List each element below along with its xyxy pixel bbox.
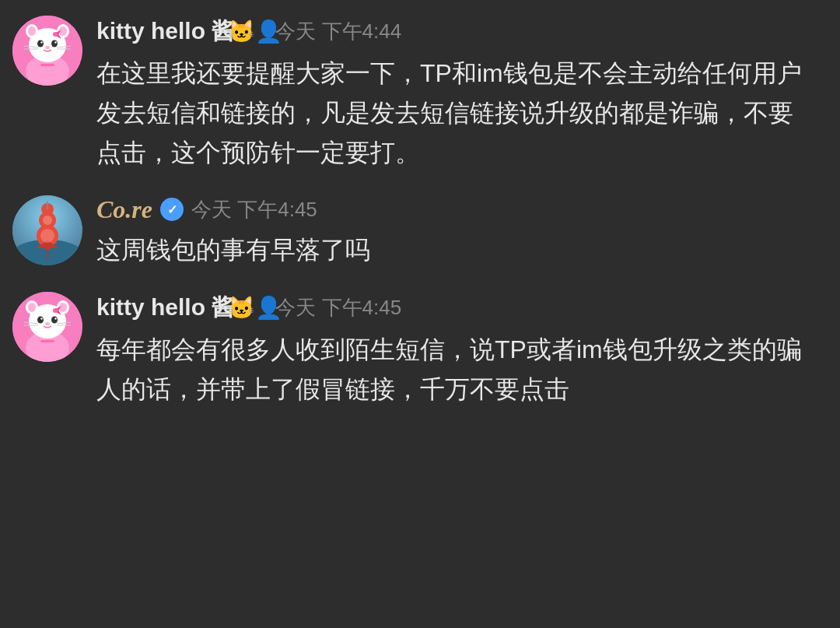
chat-container: kitty hello 酱 🐱‍👤 今天 下午4:44 在这里我还要提醒大家一下… [0, 0, 840, 447]
svg-point-38 [51, 316, 58, 323]
message-content: Co.re ✓ 今天 下午4:45 这周钱包的事有早落了吗 [96, 195, 828, 270]
svg-point-39 [40, 318, 42, 319]
username: kitty hello 酱 [96, 292, 235, 324]
message-text: 在这里我还要提醒大家一下，TP和im钱包是不会主动给任何用户发去短信和链接的，凡… [96, 54, 812, 174]
message-text: 这周钱包的事有早落了吗 [96, 230, 812, 270]
svg-rect-31 [40, 340, 54, 342]
svg-point-9 [51, 40, 58, 47]
svg-rect-28 [46, 250, 49, 259]
timestamp: 今天 下午4:45 [275, 294, 401, 321]
svg-point-8 [37, 40, 44, 47]
svg-point-41 [45, 322, 50, 325]
message-content: kitty hello 酱 🐱‍👤 今天 下午4:45 每年都会有很多人收到陌生… [96, 292, 828, 409]
svg-point-35 [28, 303, 36, 312]
svg-point-37 [37, 316, 44, 323]
avatar [12, 292, 82, 362]
svg-point-11 [54, 41, 56, 43]
svg-point-17 [53, 32, 58, 37]
svg-rect-2 [40, 64, 54, 66]
verified-badge-icon: ✓ [160, 198, 184, 221]
message-text: 每年都会有很多人收到陌生短信，说TP或者im钱包升级之类的骗人的话，并带上了假冒… [96, 330, 812, 409]
svg-point-12 [45, 46, 50, 49]
ghost-badge-icon: 🐱‍👤 [243, 295, 268, 320]
ghost-badge-icon: 🐱‍👤 [243, 19, 268, 44]
message-header: kitty hello 酱 🐱‍👤 今天 下午4:45 [96, 292, 828, 324]
svg-point-40 [54, 318, 56, 319]
message-content: kitty hello 酱 🐱‍👤 今天 下午4:44 在这里我还要提醒大家一下… [96, 16, 828, 174]
message-row: kitty hello 酱 🐱‍👤 今天 下午4:45 每年都会有很多人收到陌生… [12, 292, 828, 409]
svg-point-6 [28, 26, 36, 36]
svg-rect-25 [47, 202, 48, 209]
username: Co.re [96, 195, 152, 224]
timestamp: 今天 下午4:45 [191, 196, 317, 223]
timestamp: 今天 下午4:44 [275, 18, 401, 45]
svg-point-26 [43, 216, 52, 225]
message-header: kitty hello 酱 🐱‍👤 今天 下午4:44 [96, 16, 828, 47]
svg-point-46 [53, 308, 58, 313]
username: kitty hello 酱 [96, 16, 235, 47]
message-row: Co.re ✓ 今天 下午4:45 这周钱包的事有早落了吗 [12, 195, 828, 270]
message-header: Co.re ✓ 今天 下午4:45 [96, 195, 828, 224]
svg-point-10 [40, 41, 42, 43]
avatar [12, 16, 82, 86]
svg-point-27 [40, 229, 54, 243]
message-row: kitty hello 酱 🐱‍👤 今天 下午4:44 在这里我还要提醒大家一下… [12, 16, 828, 174]
avatar [12, 195, 82, 265]
